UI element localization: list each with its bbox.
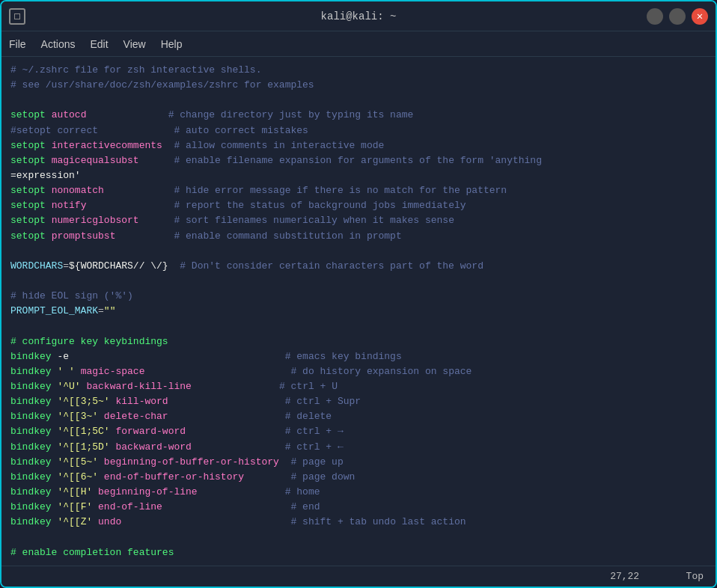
- menu-edit[interactable]: Edit: [90, 38, 108, 50]
- menu-bar: File Actions Edit View Help: [1, 31, 716, 57]
- status-bar: 27,22 Top: [1, 566, 716, 587]
- code-display: # ~/.zshrc file for zsh interactive shel…: [10, 63, 707, 560]
- terminal-window: kali@kali: ~ ✕ File Actions Edit View He…: [0, 0, 717, 588]
- minimize-button[interactable]: [647, 8, 663, 25]
- maximize-button[interactable]: [669, 8, 686, 25]
- title-bar: kali@kali: ~ ✕: [1, 1, 716, 31]
- window-icon: [9, 8, 25, 25]
- menu-help[interactable]: Help: [161, 38, 183, 50]
- menu-file[interactable]: File: [9, 38, 26, 50]
- cursor-position: 27,22: [610, 571, 639, 582]
- window-title: kali@kali: ~: [321, 10, 397, 22]
- menu-view[interactable]: View: [123, 38, 146, 50]
- scroll-position: Top: [639, 571, 704, 582]
- terminal-body[interactable]: # ~/.zshrc file for zsh interactive shel…: [1, 57, 716, 566]
- window-controls: ✕: [647, 8, 708, 25]
- close-button[interactable]: ✕: [692, 8, 708, 25]
- title-bar-left: [9, 8, 25, 25]
- menu-actions[interactable]: Actions: [41, 38, 76, 50]
